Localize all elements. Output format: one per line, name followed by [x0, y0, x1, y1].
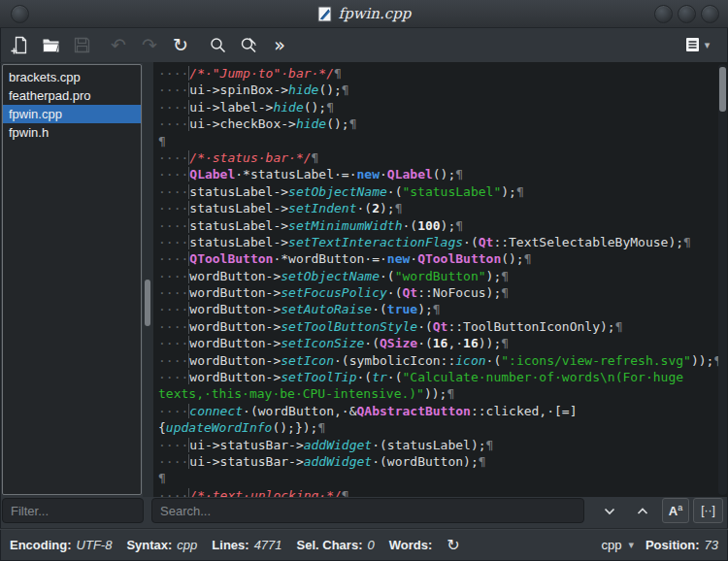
words-label: Words:: [389, 538, 433, 552]
open-file-button[interactable]: [37, 32, 64, 59]
titlebar: fpwin.cpp: [0, 0, 728, 28]
code-line: ····ui->statusBar->addWidget·(wordButton…: [158, 453, 728, 470]
statusbar-right: cpp ▾ Position: 73: [601, 538, 718, 552]
code-line: ····QLabel·*statusLabel·=·new·QLabel();¶: [158, 166, 728, 182]
language-caret-icon: ▾: [628, 539, 634, 551]
save-button: [68, 32, 95, 59]
filter-input[interactable]: [2, 498, 144, 523]
code-editor[interactable]: ····/*·"Jump·to"·bar·*/¶····ui->spinBox-…: [153, 62, 728, 497]
toolbar: ↶ ↷ ↻ »: [0, 28, 728, 63]
code-line: ¶: [158, 470, 728, 486]
maximize-button[interactable]: [678, 5, 696, 23]
code-line: ····statusLabel->setTextInteractionFlags…: [158, 234, 728, 250]
language-dropdown[interactable]: cpp ▾: [601, 538, 634, 552]
minimize-button[interactable]: [654, 5, 673, 23]
sidebar-splitter[interactable]: [143, 62, 153, 497]
code-line: ····wordButton->setIcon·(symbolicIcon::i…: [158, 352, 728, 369]
search-icon: [208, 35, 228, 55]
code-line: ····/*·status·bar·*/¶: [158, 149, 728, 166]
search-button[interactable]: [204, 32, 231, 59]
window-controls: [654, 5, 719, 23]
undo-button: ↶: [105, 32, 132, 59]
reload-button[interactable]: ↻: [167, 32, 194, 59]
code-line: ····statusLabel->setObjectName·("statusL…: [158, 183, 728, 200]
words-refresh-icon[interactable]: ↻: [447, 536, 459, 554]
code-line: ····statusLabel->setIndent·(2);¶: [158, 200, 728, 216]
menu-caret-icon: ▾: [705, 39, 711, 51]
code-lines: ····/*·"Jump·to"·bar·*/¶····ui->spinBox-…: [153, 62, 728, 497]
code-line: ····wordButton->setToolTip·(tr·("Calcula…: [158, 369, 728, 385]
chevron-down-icon: [602, 504, 617, 519]
syntax-value: cpp: [177, 538, 197, 552]
file-list-item-selected[interactable]: fpwin.cpp: [3, 105, 141, 123]
editor-scrollbar[interactable]: [718, 64, 727, 495]
code-line: {updateWordInfo();});¶: [158, 419, 728, 436]
code-line: ····wordButton->setObjectName·("wordButt…: [158, 268, 728, 284]
toolbar-overflow-button[interactable]: »: [266, 32, 293, 59]
sel-chars-value: 0: [367, 538, 374, 552]
window-title: fpwin.cpp: [317, 5, 412, 22]
code-line: texts,·this·may·be·CPU-intensive.)"));¶: [158, 385, 728, 402]
reload-icon: ↻: [173, 36, 188, 54]
whole-word-icon: [··]: [701, 504, 715, 517]
code-line: ¶: [158, 133, 728, 149]
featherpad-window: fpwin.cpp: [0, 0, 728, 561]
code-line: ····connect·(wordButton,·&QAbstractButto…: [158, 403, 728, 419]
search-input[interactable]: [151, 498, 584, 523]
find-next-button[interactable]: [594, 499, 625, 523]
syntax-label: Syntax:: [126, 538, 172, 552]
code-line: ····ui->label->hide();¶: [158, 99, 728, 116]
editor-scrollbar-handle[interactable]: [719, 67, 726, 112]
window-title-text: fpwin.cpp: [339, 5, 412, 22]
close-button[interactable]: [701, 5, 719, 23]
encoding-value: UTF-8: [77, 538, 113, 552]
file-list-item[interactable]: fpwin.h: [3, 123, 141, 142]
redo-button: ↷: [136, 32, 163, 59]
status-bar: Encoding: UTF-8 Syntax: cpp Lines: 4771 …: [0, 528, 728, 561]
code-line: ····QToolButton·*wordButton·=·new·QToolB…: [158, 250, 728, 267]
code-line: ····/*·"Jump·to"·bar·*/¶: [158, 65, 728, 82]
window-menu-button[interactable]: [11, 5, 29, 23]
new-file-icon: [10, 35, 30, 55]
file-list-item[interactable]: featherpad.pro: [3, 86, 141, 105]
app-icon: [317, 6, 333, 22]
lines-label: Lines:: [212, 538, 248, 552]
open-folder-icon: [41, 35, 61, 55]
code-line: ····ui->checkBox->hide();¶: [158, 116, 728, 132]
main-menu-button[interactable]: ▾: [678, 31, 716, 58]
find-replace-icon: [239, 35, 259, 55]
code-line: ····wordButton->setIconSize·(QSize·(16,·…: [158, 335, 728, 351]
encoding-label: Encoding:: [10, 538, 72, 552]
whole-word-button[interactable]: [··]: [693, 498, 723, 523]
language-value: cpp: [601, 538, 621, 552]
position-label: Position:: [645, 538, 700, 552]
code-line: ····ui->statusBar->addWidget·(statusLabe…: [158, 437, 728, 453]
code-line: ····wordButton->setFocusPolicy·(Qt::NoFo…: [158, 284, 728, 301]
match-case-icon: A: [669, 504, 678, 518]
file-list-item[interactable]: brackets.cpp: [3, 68, 141, 86]
find-previous-button[interactable]: [627, 499, 658, 523]
new-file-button[interactable]: [6, 32, 33, 59]
chevron-up-icon: [635, 504, 650, 519]
menu-icon: [684, 36, 702, 53]
find-replace-button[interactable]: [235, 32, 262, 59]
match-case-button[interactable]: Aa: [662, 498, 689, 523]
code-line: ····wordButton->setToolButtonStyle·(Qt::…: [158, 318, 728, 335]
code-line: ····ui->spinBox->hide();¶: [158, 82, 728, 98]
undo-icon: ↶: [111, 36, 126, 54]
more-icon: »: [274, 36, 285, 54]
splitter-handle[interactable]: [145, 280, 150, 326]
lines-value: 4771: [254, 538, 282, 552]
sel-chars-label: Sel. Chars:: [297, 538, 363, 552]
redo-icon: ↷: [142, 36, 157, 54]
code-line: ····/*·text·unlocking·*/¶: [158, 487, 728, 497]
save-icon: [72, 35, 92, 55]
code-line: ····wordButton->setAutoRaise·(true);¶: [158, 301, 728, 317]
file-list: brackets.cpp featherpad.pro fpwin.cpp fp…: [2, 64, 142, 495]
code-line: ····statusLabel->setMinimumWidth·(100);¶: [158, 217, 728, 234]
position-value: 73: [705, 538, 718, 552]
